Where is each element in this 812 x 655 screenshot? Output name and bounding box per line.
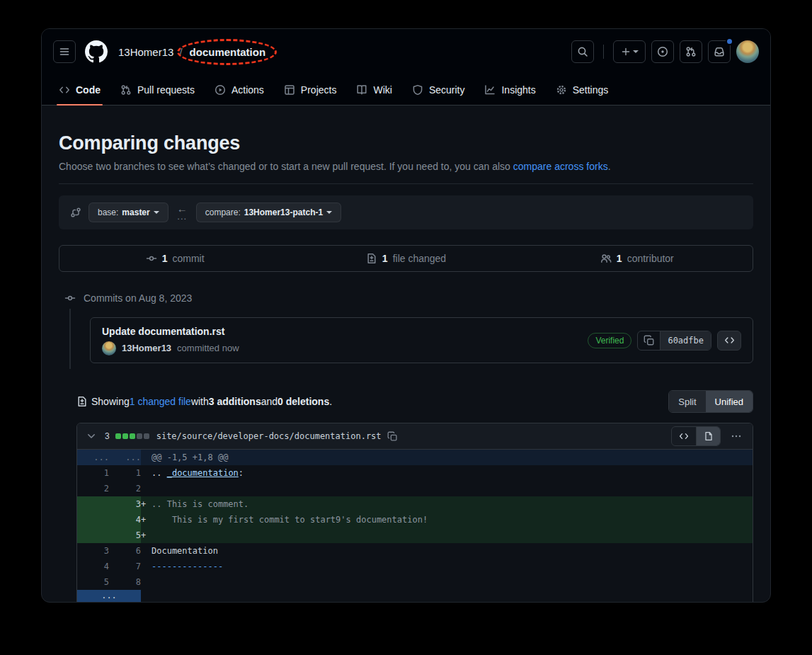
line-number-old[interactable] bbox=[77, 512, 109, 528]
create-new-button[interactable] bbox=[613, 40, 646, 63]
commit-author-row: 13Homer13 committed now bbox=[102, 341, 239, 355]
commit-icon bbox=[64, 292, 76, 304]
stat-commits[interactable]: 1 commit bbox=[59, 253, 290, 264]
tab-label: Security bbox=[429, 84, 465, 96]
line-content bbox=[141, 590, 753, 603]
base-label: base: bbox=[98, 207, 118, 217]
compare-branch-dropdown[interactable]: compare: 13Homer13-patch-1 bbox=[196, 203, 341, 222]
line-number-old[interactable]: 5 bbox=[77, 574, 109, 590]
summary-showing: Showing bbox=[91, 396, 130, 407]
diff-table-body: ......@@ -1,5 +1,8 @@11.. _documentation… bbox=[77, 450, 753, 603]
compare-direction-indicator: ← ... bbox=[177, 205, 188, 220]
diff-blocks bbox=[115, 433, 149, 439]
line-content: +.. This is comment. bbox=[141, 496, 753, 512]
search-button[interactable] bbox=[571, 40, 594, 63]
code-icon bbox=[724, 335, 735, 346]
line-number-old[interactable]: 4 bbox=[77, 559, 109, 574]
line-number-old[interactable]: 1 bbox=[77, 465, 109, 481]
line-number-old[interactable] bbox=[77, 496, 109, 512]
tab-wiki[interactable]: Wiki bbox=[348, 74, 399, 105]
split-view-button[interactable]: Split bbox=[669, 391, 705, 412]
line-number-new[interactable]: 5 bbox=[109, 528, 141, 543]
line-number-new[interactable]: 8 bbox=[109, 574, 141, 590]
commit-author-name[interactable]: 13Homer13 bbox=[122, 341, 171, 355]
file-path[interactable]: site/source/developer-docs/documentation… bbox=[156, 431, 382, 441]
file-icon bbox=[704, 431, 714, 441]
line-number-old[interactable]: 2 bbox=[77, 481, 109, 496]
stat-value: 1 bbox=[162, 253, 168, 264]
diff-row-context: 58 bbox=[77, 574, 753, 590]
gear-icon bbox=[556, 84, 567, 96]
diff-block-added bbox=[122, 433, 128, 439]
commit-title-link[interactable]: Update documentation.rst bbox=[102, 326, 224, 337]
line-number-new[interactable]: 2 bbox=[109, 481, 141, 496]
line-number-new[interactable]: 7 bbox=[109, 559, 141, 574]
commits-date-text: Commits on Aug 8, 2023 bbox=[84, 292, 192, 304]
diff-row-add: 4+ This is my first commit to start9's d… bbox=[77, 512, 753, 528]
stat-contributors[interactable]: 1 contributor bbox=[522, 253, 753, 264]
diff-block-neutral bbox=[144, 433, 149, 439]
files-summary-row: Showing 1 changed file with 3 additions … bbox=[76, 389, 753, 414]
line-number-new[interactable]: ... bbox=[109, 450, 141, 465]
tab-code[interactable]: Code bbox=[51, 74, 108, 105]
line-number-old[interactable]: ... bbox=[77, 450, 109, 465]
view-rendered-button[interactable] bbox=[696, 427, 720, 445]
code-token: -------------- bbox=[151, 562, 223, 571]
tab-pull-requests[interactable]: Pull requests bbox=[113, 74, 202, 105]
expand-diff-button[interactable]: ··· bbox=[77, 590, 141, 603]
line-number-old[interactable] bbox=[77, 528, 109, 543]
line-number-new[interactable]: 1 bbox=[109, 465, 141, 481]
diff-sign: + bbox=[141, 496, 151, 512]
diff-sign: + bbox=[141, 528, 151, 543]
hamburger-menu-button[interactable] bbox=[53, 40, 76, 63]
tab-security[interactable]: Security bbox=[404, 74, 473, 105]
view-source-button[interactable] bbox=[672, 427, 696, 445]
verified-badge[interactable]: Verified bbox=[588, 333, 631, 348]
commit-icon bbox=[146, 253, 157, 264]
line-number-old[interactable]: 3 bbox=[77, 543, 109, 559]
breadcrumb-owner-link[interactable]: 13Homer13 bbox=[118, 46, 173, 58]
stat-value: 1 bbox=[382, 253, 388, 264]
tab-settings[interactable]: Settings bbox=[548, 74, 617, 105]
copy-path-button[interactable] bbox=[387, 431, 398, 442]
changed-files-link[interactable]: 1 changed file bbox=[130, 396, 191, 407]
commits-section: Commits on Aug 8, 2023 Update documentat… bbox=[59, 290, 753, 369]
line-content: + This is my first commit to start9's do… bbox=[141, 512, 753, 528]
browse-files-button[interactable] bbox=[717, 331, 741, 351]
tab-insights[interactable]: Insights bbox=[476, 74, 543, 105]
commit-info: Update documentation.rst 13Homer13 commi… bbox=[102, 325, 239, 355]
line-number-new[interactable]: 3 bbox=[109, 496, 141, 512]
stat-label: contributor bbox=[627, 253, 674, 264]
user-avatar[interactable] bbox=[736, 40, 759, 63]
base-branch-dropdown[interactable]: base: master bbox=[88, 203, 168, 222]
diff-row-context: 47-------------- bbox=[77, 559, 753, 574]
tab-projects[interactable]: Projects bbox=[276, 74, 345, 105]
commit-author-avatar[interactable] bbox=[102, 341, 116, 355]
caret-down-icon bbox=[326, 211, 332, 217]
stat-value: 1 bbox=[617, 253, 622, 264]
pull-requests-button[interactable] bbox=[680, 40, 702, 63]
diff-row-hunk: ......@@ -1,5 +1,8 @@ bbox=[77, 450, 753, 465]
commit-sha-link[interactable]: 60adfbe bbox=[661, 331, 711, 350]
diff-block-added bbox=[130, 433, 135, 439]
file-options-button[interactable] bbox=[726, 426, 746, 446]
line-number-new[interactable]: 6 bbox=[109, 543, 141, 559]
kebab-icon bbox=[731, 431, 742, 442]
code-token: .. bbox=[151, 468, 167, 478]
topbar-actions bbox=[571, 40, 759, 63]
stat-files-changed[interactable]: 1 file changed bbox=[290, 253, 521, 264]
commit-actions: Verified 60adfbe bbox=[588, 331, 741, 351]
breadcrumb-repo-link[interactable]: documentation bbox=[188, 46, 268, 58]
compare-across-forks-link[interactable]: compare across forks bbox=[513, 161, 608, 172]
diff-row-expand: ··· bbox=[77, 590, 753, 603]
line-content bbox=[141, 481, 753, 496]
github-logo[interactable] bbox=[84, 40, 108, 64]
line-number-new[interactable]: 4 bbox=[109, 512, 141, 528]
unified-view-button[interactable]: Unified bbox=[706, 391, 753, 412]
play-circle-icon bbox=[215, 84, 226, 96]
issues-button[interactable] bbox=[651, 40, 674, 63]
tab-actions[interactable]: Actions bbox=[207, 74, 272, 105]
collapse-file-button[interactable] bbox=[84, 428, 99, 444]
copy-sha-button[interactable] bbox=[638, 331, 661, 350]
files-changed-section: Showing 1 changed file with 3 additions … bbox=[76, 389, 753, 603]
